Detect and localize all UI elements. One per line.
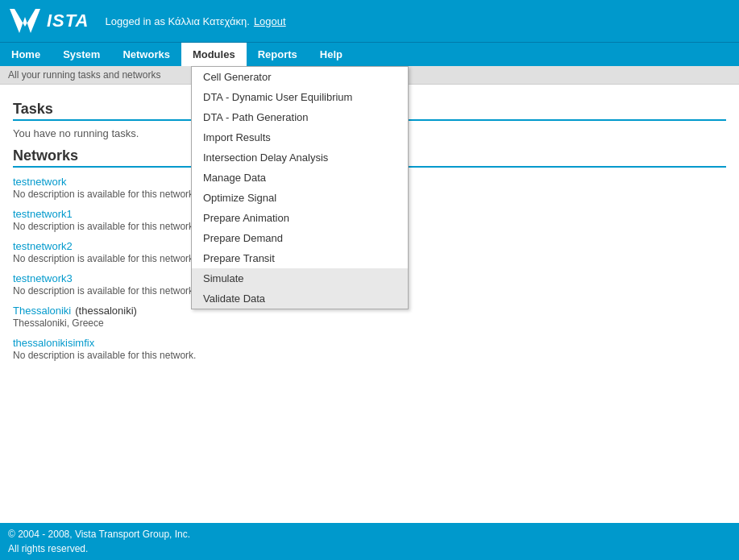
footer-line1: © 2004 - 2008, Vista Transport Group, In… xyxy=(8,527,731,541)
logo-icon xyxy=(8,6,42,36)
nav-networks[interactable]: Networks xyxy=(111,43,181,66)
login-text: Logged in as Κάλλια Κατεχάκη. xyxy=(105,15,249,27)
dropdown-item-validate-data[interactable]: Validate Data xyxy=(192,288,408,309)
nav-home[interactable]: Home xyxy=(0,43,52,66)
footer: © 2004 - 2008, Vista Transport Group, In… xyxy=(0,523,739,560)
dropdown-item-prepare-animation[interactable]: Prepare Animation xyxy=(192,208,408,228)
nav-reports[interactable]: Reports xyxy=(247,43,309,66)
logo-text: ISTA xyxy=(47,10,89,31)
logo-area: ISTA xyxy=(8,6,89,36)
nav-help[interactable]: Help xyxy=(309,43,354,66)
modules-dropdown: Cell Generator DTA - Dynamic User Equili… xyxy=(191,66,409,309)
footer-line2: All rights reserved. xyxy=(8,541,731,556)
network-desc-thessaloniki: Thessaloniki, Greece xyxy=(13,317,726,329)
dropdown-item-dta-due[interactable]: DTA - Dynamic User Equilibrium xyxy=(192,87,408,107)
dropdown-item-simulate[interactable]: Simulate xyxy=(192,268,408,288)
svg-marker-0 xyxy=(10,9,40,33)
network-extra-thessaloniki: (thessaloniki) xyxy=(75,305,137,317)
network-item-thessalonikisimfix: thessalonikisimfix No description is ava… xyxy=(13,337,726,361)
dropdown-item-optimize-signal[interactable]: Optimize Signal xyxy=(192,188,408,208)
dropdown-item-dta-path[interactable]: DTA - Path Generation xyxy=(192,107,408,127)
infobar-text: All your running tasks and networks xyxy=(8,69,160,81)
network-desc-thessalonikisimfix: No description is available for this net… xyxy=(13,350,726,361)
nav-modules[interactable]: Modules xyxy=(181,43,247,66)
nav-system[interactable]: System xyxy=(52,43,111,66)
dropdown-item-manage-data[interactable]: Manage Data xyxy=(192,168,408,188)
navbar: Home System Networks Modules Reports Hel… xyxy=(0,42,739,66)
network-link-thessaloniki[interactable]: Thessaloniki xyxy=(13,305,71,317)
dropdown-item-cell-generator[interactable]: Cell Generator xyxy=(192,67,408,87)
dropdown-item-prepare-transit[interactable]: Prepare Transit xyxy=(192,248,408,268)
dropdown-item-import-results[interactable]: Import Results xyxy=(192,127,408,147)
network-link-thessalonikisimfix[interactable]: thessalonikisimfix xyxy=(13,337,726,349)
logout-link[interactable]: Logout xyxy=(254,15,286,27)
dropdown-item-prepare-demand[interactable]: Prepare Demand xyxy=(192,228,408,248)
header: ISTA Logged in as Κάλλια Κατεχάκη. Logou… xyxy=(0,0,739,42)
dropdown-item-intersection-delay[interactable]: Intersection Delay Analysis xyxy=(192,147,408,168)
